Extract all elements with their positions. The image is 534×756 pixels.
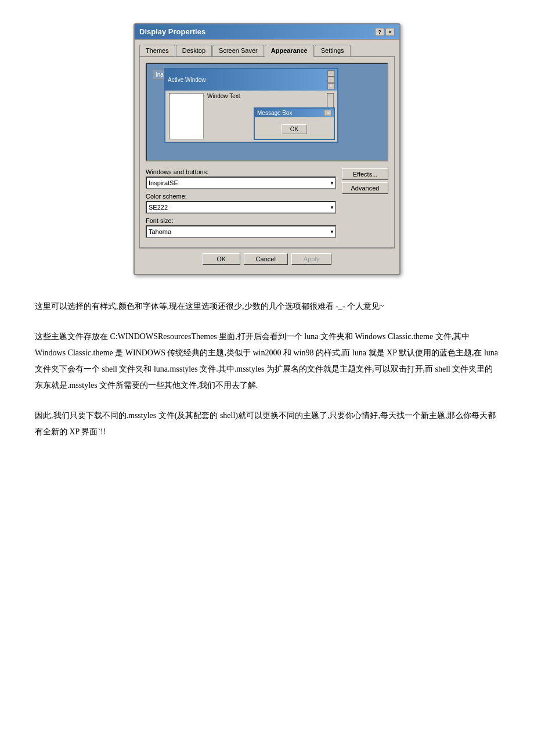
mock-active-min: _ <box>327 70 335 77</box>
mock-ok-button: OK <box>282 124 307 134</box>
font-size-select-wrapper[interactable]: Tahoma <box>146 225 336 238</box>
paragraph-3-text: 因此,我们只要下载不同的.msstyles 文件(及其配套的 shell)就可以… <box>35 408 499 440</box>
tab-settings[interactable]: Settings <box>315 45 351 57</box>
color-scheme-label: Color scheme: <box>146 193 336 200</box>
advanced-button[interactable]: Advanced <box>342 182 388 194</box>
apply-button[interactable]: Apply <box>291 253 332 265</box>
paragraph-3: 因此,我们只要下载不同的.msstyles 文件(及其配套的 shell)就可以… <box>35 408 499 440</box>
mock-active-controls: _ □ × <box>327 70 335 89</box>
mock-msgbox-title: Message Box <box>257 110 293 116</box>
tabs-bar: Themes Desktop Screen Saver Appearance S… <box>139 44 395 56</box>
tab-screensaver[interactable]: Screen Saver <box>212 45 264 57</box>
mock-active-body: Window Text Message Box × OK <box>165 91 337 142</box>
mock-active-titlebar: Active Window _ □ × <box>165 69 337 91</box>
close-button[interactable]: × <box>385 28 395 36</box>
effects-button[interactable]: Effects... <box>342 168 388 180</box>
windows-buttons-select[interactable]: InspiratSE <box>146 177 336 189</box>
window-text-label: Window Text <box>207 93 322 99</box>
display-properties-dialog: Display Properties ? × Themes Desktop Sc… <box>134 23 400 275</box>
windows-buttons-label: Windows and buttons: <box>146 168 336 175</box>
paragraph-1-text: 这里可以选择的有样式,颜色和字体等,现在这里选项还很少,少数的几个选项都很难看 … <box>35 298 499 315</box>
side-buttons-col: Effects... Advanced <box>342 168 388 194</box>
form-row-main: Windows and buttons: InspiratSE Color sc… <box>146 168 388 242</box>
color-scheme-select[interactable]: SE222 <box>146 201 336 214</box>
color-scheme-row: Color scheme: SE222 <box>146 193 336 214</box>
mock-msgbox-close: × <box>324 110 331 116</box>
font-size-select[interactable]: Tahoma <box>146 225 336 238</box>
font-size-label: Font size: <box>146 217 336 224</box>
preview-area: Inactive Window _ □ × Active Window <box>146 63 388 161</box>
titlebar-controls: ? × <box>375 28 395 36</box>
tab-desktop[interactable]: Desktop <box>176 45 212 57</box>
dialog-actions: OK Cancel Apply <box>139 248 395 269</box>
mock-message-box: Message Box × OK <box>254 107 335 140</box>
mock-sidebar <box>169 93 204 139</box>
tab-themes[interactable]: Themes <box>139 45 175 57</box>
paragraph-2-text: 这些主题文件存放在 C:WINDOWSResourcesThemes 里面,打开… <box>35 329 499 394</box>
paragraph-2: 这些主题文件存放在 C:WINDOWSResourcesThemes 里面,打开… <box>35 329 499 394</box>
windows-buttons-row: Windows and buttons: InspiratSE <box>146 168 336 189</box>
windows-buttons-select-wrapper[interactable]: InspiratSE <box>146 177 336 189</box>
mock-active-max: □ <box>327 77 335 83</box>
dialog-body: Themes Desktop Screen Saver Appearance S… <box>135 39 399 274</box>
color-scheme-select-wrapper[interactable]: SE222 <box>146 201 336 214</box>
font-size-row: Font size: Tahoma <box>146 217 336 238</box>
mock-active-close: × <box>327 83 335 89</box>
mock-active-window: Active Window _ □ × Window Text <box>164 68 338 143</box>
paragraph-1: 这里可以选择的有样式,颜色和字体等,现在这里选项还很少,少数的几个选项都很难看 … <box>35 298 499 315</box>
mock-msgbox-body: OK <box>255 117 334 139</box>
ok-button[interactable]: OK <box>203 253 240 265</box>
form-section: Windows and buttons: InspiratSE Color sc… <box>146 168 388 242</box>
form-col-left: Windows and buttons: InspiratSE Color sc… <box>146 168 336 242</box>
mock-msgbox-titlebar: Message Box × <box>255 109 334 117</box>
help-button[interactable]: ? <box>375 28 384 36</box>
mock-content-area: Window Text Message Box × OK <box>207 93 322 139</box>
dialog-titlebar: Display Properties ? × <box>135 24 399 39</box>
tab-content-appearance: Inactive Window _ □ × Active Window <box>139 56 395 248</box>
cancel-button[interactable]: Cancel <box>244 253 288 265</box>
mock-active-title: Active Window <box>168 77 206 83</box>
tab-appearance[interactable]: Appearance <box>265 45 314 57</box>
dialog-title: Display Properties <box>139 27 205 36</box>
